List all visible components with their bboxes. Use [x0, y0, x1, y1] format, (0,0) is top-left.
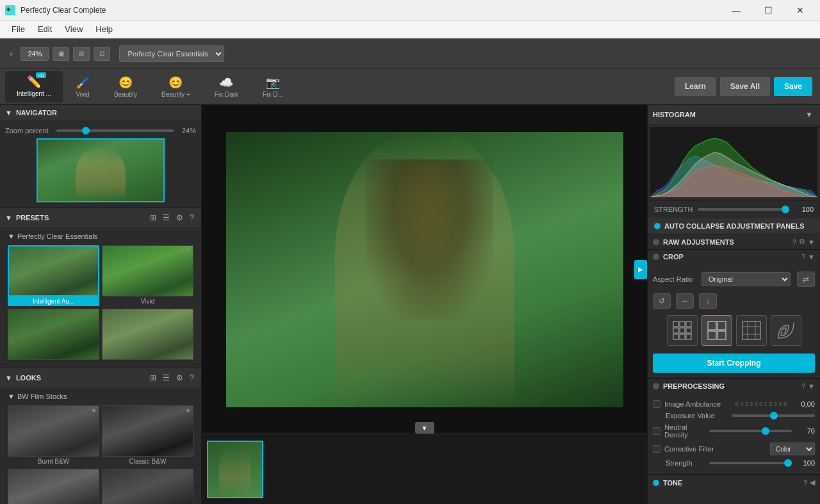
crop-grid-offset[interactable]: [736, 315, 767, 346]
menu-view[interactable]: View: [58, 22, 89, 37]
looks-grid-view[interactable]: ⊞: [148, 372, 158, 384]
tone-header-row[interactable]: TONE ? ◀: [648, 475, 820, 490]
crop-swap-icon[interactable]: ⇄: [797, 272, 815, 287]
pp-corrective-filter-check[interactable]: [653, 445, 660, 453]
film-item-0[interactable]: [207, 441, 263, 498]
tab-intelligent[interactable]: ✏️HD Intelligent ...: [5, 71, 63, 102]
tone-chevron[interactable]: ◀: [810, 478, 815, 487]
preset-item-2[interactable]: [8, 309, 99, 362]
histogram-header[interactable]: HISTOGRAM ▼: [648, 105, 820, 124]
presets-settings[interactable]: ⚙: [174, 212, 185, 224]
looks-category-label: BW Film Stocks: [17, 393, 67, 400]
zoom-slider[interactable]: [56, 129, 174, 132]
preset-category[interactable]: ▼ Perfectly Clear Essentials: [3, 230, 199, 243]
menu-help[interactable]: Help: [89, 22, 119, 37]
view-split[interactable]: ⊞: [73, 47, 90, 61]
svg-rect-6: [673, 334, 678, 339]
strength-slider[interactable]: [698, 208, 789, 211]
looks-category[interactable]: ▼ BW Film Stocks: [3, 390, 199, 403]
look-item-1[interactable]: Classic B&W ★: [102, 405, 193, 466]
crop-rotate-left[interactable]: ↺: [653, 293, 671, 309]
preset-item-1[interactable]: Vivid ★: [102, 245, 193, 306]
preset-item-3[interactable]: [102, 309, 193, 362]
start-cropping-button[interactable]: Start Cropping: [653, 354, 815, 373]
presets-help[interactable]: ?: [188, 212, 196, 224]
look-item-0[interactable]: Burnt B&W ★: [8, 405, 99, 466]
crop-flip-v[interactable]: ↕: [699, 293, 717, 309]
pp-corrective-filter-select[interactable]: Color Warming Cooling: [770, 443, 815, 455]
view-single[interactable]: ▣: [53, 47, 69, 61]
pp-corrective-filter-label: Corrective Filter: [664, 445, 766, 453]
preset-dropdown[interactable]: Perfectly Clear Essentials: [119, 45, 224, 62]
crop-grid-spiral[interactable]: [771, 315, 801, 346]
preset-item-0[interactable]: Intelligent Au...: [8, 245, 99, 306]
preprocessing-header-row[interactable]: PREPROCESSING ? ▼: [648, 378, 820, 393]
auto-collapse-dot: [654, 223, 660, 229]
pp-exposure-slider[interactable]: [732, 414, 815, 417]
save-button[interactable]: Save: [774, 77, 812, 96]
crop-header-row[interactable]: CROP ? ▼: [648, 249, 820, 264]
raw-help[interactable]: ?: [792, 238, 796, 246]
tone-section: TONE ? ◀: [648, 475, 820, 490]
tab-beautify[interactable]: 😊 Beautify: [102, 72, 149, 102]
zoom-label: Zoom percent: [5, 127, 49, 134]
tab-fix-d[interactable]: 📷 Fix D...: [251, 72, 295, 102]
tone-help[interactable]: ?: [803, 479, 807, 487]
pp-image-ambulance-check[interactable]: [653, 400, 660, 408]
look-item-3[interactable]: [102, 469, 193, 504]
tab-fix-dark[interactable]: ☁️ Fix Dark: [203, 72, 250, 102]
minimize-button[interactable]: —: [721, 0, 751, 20]
maximize-button[interactable]: ☐: [753, 0, 783, 20]
preset-thumb-0: [8, 245, 99, 297]
menu-edit[interactable]: Edit: [31, 22, 58, 37]
close-button[interactable]: ✕: [785, 0, 815, 20]
presets-list-view[interactable]: ☰: [161, 212, 172, 224]
crop-grid-4[interactable]: [701, 315, 732, 346]
view-compare[interactable]: ⊡: [94, 47, 110, 61]
learn-button[interactable]: Learn: [675, 77, 716, 96]
preprocessing-help[interactable]: ?: [801, 382, 805, 390]
strength-section: STRENGTH 100: [648, 200, 820, 218]
title-bar-controls[interactable]: — ☐ ✕: [721, 0, 815, 20]
pp-neutral-density-check[interactable]: [653, 427, 660, 435]
looks-settings[interactable]: ⚙: [174, 372, 185, 384]
preset-thumb-portrait-3: [102, 309, 193, 359]
crop-chevron[interactable]: ▼: [808, 253, 815, 261]
crop-flip-h[interactable]: ↔: [676, 293, 694, 309]
looks-header[interactable]: ▼ LOOKS ⊞ ☰ ⚙ ?: [0, 368, 201, 387]
tab-beautify-plus-label: Beautify +: [161, 91, 190, 98]
app-title: Perfectly Clear Complete: [20, 6, 106, 15]
navigator-header[interactable]: ▼ NAVIGATOR: [0, 105, 201, 120]
presets-grid-view[interactable]: ⊞: [148, 212, 158, 224]
pp-neutral-density-slider[interactable]: [709, 430, 792, 432]
raw-chevron[interactable]: ▼: [808, 238, 815, 246]
tab-beautify-plus[interactable]: 😊 Beautify +: [150, 72, 202, 102]
menu-file[interactable]: File: [5, 22, 31, 37]
crop-help[interactable]: ?: [801, 253, 805, 261]
raw-adjustments-row[interactable]: RAW ADJUSTMENTS ? ⚙ ▼: [648, 234, 820, 249]
look-item-2[interactable]: [8, 469, 99, 504]
crop-grid-9[interactable]: [667, 315, 698, 346]
save-all-button[interactable]: Save All: [720, 77, 770, 96]
presets-title: PRESETS: [16, 214, 49, 222]
zoom-display[interactable]: [20, 47, 49, 61]
pp-strength-value: 100: [796, 459, 815, 467]
presets-panel: ▼ PRESETS ⊞ ☰ ⚙ ? ▼ Perfectly Clear Esse…: [0, 208, 201, 368]
raw-settings[interactable]: ⚙: [799, 238, 805, 246]
svg-rect-11: [708, 331, 716, 339]
expand-bottom-arrow[interactable]: ▼: [415, 422, 434, 434]
auto-collapse-row[interactable]: AUTO COLLAPSE ADJUSTMENT PANELS: [648, 218, 820, 234]
expand-right-arrow[interactable]: ▶: [634, 260, 647, 279]
preprocessing-chevron[interactable]: ▼: [808, 382, 815, 390]
svg-rect-8: [686, 334, 691, 339]
pp-neutral-density-label: Neutral Density: [664, 423, 705, 439]
crop-aspect-select[interactable]: Original 1:1 4:3 16:9: [701, 272, 791, 286]
pp-strength-slider[interactable]: [709, 462, 792, 464]
histogram-chevron-down[interactable]: ▼: [803, 109, 815, 120]
add-button[interactable]: +: [5, 47, 17, 60]
tab-vivid[interactable]: 🖌️ Vivid: [64, 72, 101, 102]
looks-list-view[interactable]: ☰: [161, 372, 172, 384]
presets-header[interactable]: ▼ PRESETS ⊞ ☰ ⚙ ?: [0, 208, 201, 227]
looks-help[interactable]: ?: [188, 372, 196, 384]
left-panel: ▼ NAVIGATOR Zoom percent 24%: [0, 105, 202, 504]
